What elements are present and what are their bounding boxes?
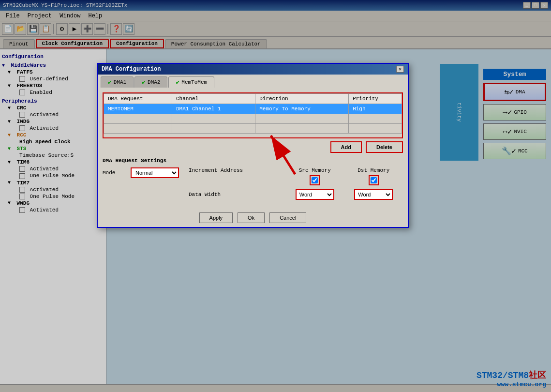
cell-channel: DMA1 Channel 1 [172, 104, 255, 114]
dialog-tab-bar: ✔ DMA1 ✔ DMA2 ✔ MemToMem [98, 75, 408, 88]
dma-dialog: DMA Configuration ✕ ✔ DMA1 ✔ DMA2 ✔ MemT… [97, 63, 409, 228]
cancel-button[interactable]: Cancel [269, 212, 306, 223]
dst-inc-wrapper [369, 175, 379, 185]
mode-row: Mode Normal Circular [103, 167, 179, 178]
cell-direction: Memory To Memory [255, 104, 349, 114]
col-header-request: DMA Request [104, 94, 172, 104]
add-button[interactable]: Add [330, 141, 362, 153]
dialog-title-bar: DMA Configuration ✕ [98, 64, 408, 75]
dst-width-select[interactable]: Word Byte Half Word [354, 189, 393, 200]
dma1-check-icon: ✔ [108, 78, 112, 86]
dialog-close-button[interactable]: ✕ [396, 66, 404, 73]
dst-inc-checkbox[interactable] [371, 177, 377, 183]
dma-table-wrapper: DMA Request Channel Direction Priority M… [103, 92, 403, 138]
dma2-check-icon: ✔ [142, 78, 146, 86]
cell-request: MEMTOMEM [104, 104, 172, 114]
mode-select[interactable]: Normal Circular [131, 167, 179, 178]
src-inc-checkbox[interactable] [312, 177, 318, 183]
table-actions: Add Delete [103, 141, 403, 153]
apply-button[interactable]: Apply [199, 212, 233, 223]
memtomem-check-icon: ✔ [176, 78, 179, 86]
col-header-priority: Priority [349, 94, 402, 104]
table-row[interactable]: MEMTOMEM DMA1 Channel 1 Memory To Memory… [104, 104, 402, 114]
dialog-tab-dma2[interactable]: ✔ DMA2 [134, 76, 167, 88]
dma-table: DMA Request Channel Direction Priority M… [104, 93, 402, 134]
dialog-tab-dma1[interactable]: ✔ DMA1 [101, 76, 134, 88]
src-inc-wrapper [310, 175, 320, 185]
col-header-direction: Direction [255, 94, 349, 104]
dialog-tab-memtomem[interactable]: ✔ MemToMem [168, 76, 214, 88]
src-width-select[interactable]: Word Byte Half Word [296, 189, 334, 200]
dialog-title-text: DMA Configuration [102, 66, 161, 73]
dialog-content: DMA Request Channel Direction Priority M… [98, 88, 408, 209]
inc-label: Increment Address [189, 167, 285, 173]
delete-button[interactable]: Delete [366, 141, 403, 153]
dst-label: Dst Memory [344, 167, 403, 173]
dw-label: Data Width [189, 192, 285, 197]
settings-title: DMA Request Settings [103, 158, 403, 164]
src-label: Src Memory [285, 167, 344, 173]
dialog-footer: Apply Ok Cancel [98, 209, 408, 227]
inc-dw-section: Increment Address Src Memory Dst Memory [189, 167, 403, 200]
mode-label: Mode [103, 170, 127, 176]
cell-priority: High [349, 104, 402, 114]
table-row-empty2 [104, 124, 402, 134]
col-header-channel: Channel [172, 94, 255, 104]
settings-section: DMA Request Settings Mode Normal Circula… [103, 158, 403, 200]
ok-button[interactable]: Ok [238, 212, 265, 223]
table-row-empty [104, 114, 402, 124]
